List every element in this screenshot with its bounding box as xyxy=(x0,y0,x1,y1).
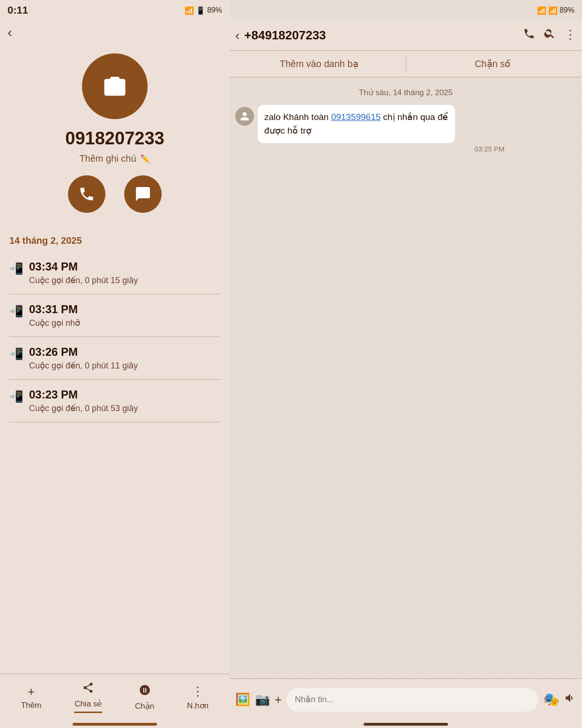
call-header-icon[interactable] xyxy=(523,28,535,43)
action-bar-divider xyxy=(406,55,406,72)
incoming-call-icon-3: 📲 xyxy=(9,347,23,360)
incoming-call-icon-1: 📲 xyxy=(9,262,23,275)
message-button[interactable] xyxy=(124,175,162,213)
right-panel: 📶 📶 89% ‹ +84918207233 ⋮ Thêm vào danh b… xyxy=(230,0,582,728)
right-wifi-icon: 📶 xyxy=(537,6,546,15)
call-log-item[interactable]: 📲 03:34 PM Cuộc gọi đến, 0 phút 15 giây xyxy=(9,252,220,294)
contact-avatar xyxy=(82,53,148,119)
pencil-icon: ✏️ xyxy=(140,154,150,164)
right-action-bar: Thêm vào danh bạ Chặn số xyxy=(230,51,582,77)
more-label: N.hơn xyxy=(187,701,209,711)
add-note-label[interactable]: Thêm ghi chú ✏️ xyxy=(79,153,150,164)
camera-input-icon[interactable]: 📷 xyxy=(255,692,270,707)
more-header-icon[interactable]: ⋮ xyxy=(564,28,576,43)
nav-indicator-right xyxy=(364,723,448,726)
toolbar-share[interactable]: Chia sẻ xyxy=(74,682,102,713)
camera-icon xyxy=(102,74,127,99)
battery-left: 89% xyxy=(207,6,222,15)
wifi-icon: 📶 xyxy=(185,6,194,15)
message-row-1: zalo Khánh toàn 0913599615 chị nhắn qua … xyxy=(235,105,576,153)
person-icon xyxy=(239,111,250,121)
message-time-1: 03:25 PM xyxy=(258,145,505,153)
more-icon: ⋮ xyxy=(192,684,204,699)
call-details-2: 03:31 PM Cuộc gọi nhỡ xyxy=(29,303,220,328)
signal-icon: 📱 xyxy=(196,6,205,15)
add-contact-button[interactable]: Thêm vào danh bạ xyxy=(237,55,401,72)
call-desc-1: Cuộc gọi đến, 0 phút 15 giây xyxy=(29,275,220,285)
gallery-icon[interactable]: 🖼️ xyxy=(235,692,250,707)
contact-section: 0918207233 Thêm ghi chú ✏️ xyxy=(0,44,230,230)
toolbar-add[interactable]: + Thêm xyxy=(21,684,41,710)
right-header: ‹ +84918207233 ⋮ xyxy=(230,21,582,51)
nav-indicator-left xyxy=(73,723,157,726)
right-home-indicator xyxy=(230,720,582,728)
block-icon xyxy=(139,684,151,699)
phone-link[interactable]: 0913599615 xyxy=(331,112,381,122)
message-input[interactable] xyxy=(286,688,538,712)
block-label: Chặn xyxy=(135,701,154,711)
left-home-indicator xyxy=(0,720,230,728)
call-log-item-3[interactable]: 📲 03:26 PM Cuộc gọi đến, 0 phút 11 giây xyxy=(9,337,220,380)
audio-icon[interactable] xyxy=(564,692,576,707)
call-time-4: 03:23 PM xyxy=(29,388,220,401)
toolbar-more[interactable]: ⋮ N.hơn xyxy=(187,684,209,711)
sticker-icon[interactable]: 🎭 xyxy=(543,692,560,707)
call-desc-3: Cuộc gọi đến, 0 phút 11 giây xyxy=(29,360,220,371)
incoming-call-icon-4: 📲 xyxy=(9,390,23,403)
share-label: Chia sẻ xyxy=(75,699,102,709)
share-icon xyxy=(82,682,94,697)
call-desc-2: Cuộc gọi nhỡ xyxy=(29,318,220,328)
right-status-icons: 📶 📶 89% xyxy=(537,6,575,15)
sender-avatar xyxy=(235,107,254,126)
left-status-bar: 0:11 📶 📱 89% xyxy=(0,0,230,21)
call-time-1: 03:34 PM xyxy=(29,260,220,273)
add-label: Thêm xyxy=(21,701,41,710)
block-number-button[interactable]: Chặn số xyxy=(411,55,575,72)
left-bottom-toolbar: + Thêm Chia sẻ Chặn ⋮ N.hơn xyxy=(0,674,230,720)
call-time-2: 03:31 PM xyxy=(29,303,220,316)
action-buttons xyxy=(68,175,162,213)
call-details-4: 03:23 PM Cuộc gọi đến, 0 phút 53 giây xyxy=(29,388,220,413)
left-time: 0:11 xyxy=(7,4,28,16)
message-bubble-1: zalo Khánh toàn 0913599615 chị nhắn qua … xyxy=(258,105,505,153)
left-panel: 0:11 📶 📱 89% ‹ 0918207233 Thêm ghi chú ✏… xyxy=(0,0,230,728)
call-button[interactable] xyxy=(68,175,105,213)
call-desc-4: Cuộc gọi đến, 0 phút 53 giây xyxy=(29,403,220,413)
left-back-button[interactable]: ‹ xyxy=(0,21,230,44)
right-back-button[interactable]: ‹ xyxy=(235,28,239,43)
right-status-bar: 📶 📶 89% xyxy=(230,0,582,21)
right-input-bar: 🖼️ 📷 + 🎭 xyxy=(230,678,582,720)
call-log-item-2[interactable]: 📲 03:31 PM Cuộc gọi nhỡ xyxy=(9,294,220,337)
chat-area: Thứ sáu, 14 tháng 2, 2025 zalo Khánh toà… xyxy=(230,77,582,678)
message-text-1: zalo Khánh toàn 0913599615 chị nhắn qua … xyxy=(258,105,455,143)
add-icon: + xyxy=(28,684,35,699)
date-label: 14 tháng 2, 2025 xyxy=(0,230,230,252)
share-underline xyxy=(74,712,102,713)
plus-input-icon[interactable]: + xyxy=(275,692,282,707)
phone-number-display: 0918207233 xyxy=(65,128,164,149)
toolbar-block[interactable]: Chặn xyxy=(135,684,154,711)
call-details-1: 03:34 PM Cuộc gọi đến, 0 phút 15 giây xyxy=(29,260,220,285)
chat-date-divider: Thứ sáu, 14 tháng 2, 2025 xyxy=(235,88,576,98)
chat-icon xyxy=(134,186,151,203)
right-signal-icon: 📶 xyxy=(548,6,558,15)
right-contact-title: +84918207233 xyxy=(244,28,523,43)
right-battery-pct: 89% xyxy=(560,6,575,15)
right-header-icons: ⋮ xyxy=(523,28,576,43)
call-log-list: 📲 03:34 PM Cuộc gọi đến, 0 phút 15 giây … xyxy=(0,252,230,674)
left-status-icons: 📶 📱 89% xyxy=(185,6,222,15)
call-log-item-4[interactable]: 📲 03:23 PM Cuộc gọi đến, 0 phút 53 giây xyxy=(9,380,220,422)
phone-icon xyxy=(78,186,95,203)
search-header-icon[interactable] xyxy=(544,28,556,43)
call-time-3: 03:26 PM xyxy=(29,345,220,359)
call-details-3: 03:26 PM Cuộc gọi đến, 0 phút 11 giây xyxy=(29,345,220,371)
add-note-text: Thêm ghi chú xyxy=(79,153,136,164)
missed-call-icon: 📲 xyxy=(9,305,23,318)
